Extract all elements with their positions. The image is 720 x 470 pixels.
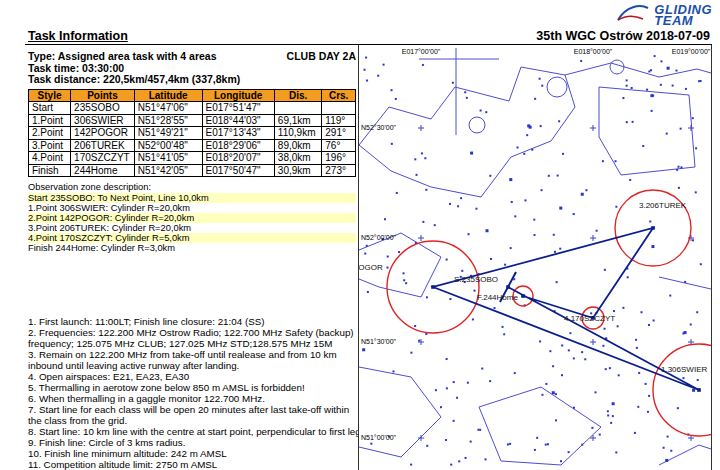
waypoint-dot bbox=[636, 347, 638, 349]
waypoint-dot bbox=[362, 348, 365, 351]
waypoint-dot bbox=[595, 391, 597, 393]
waypoint-dot bbox=[387, 256, 389, 258]
parallel-label: N51°00'00" bbox=[361, 434, 397, 441]
waypoint-dot bbox=[653, 319, 655, 321]
waypoint-dot bbox=[534, 98, 536, 100]
rules-list: 1. First launch: 11:00LT; Finish line cl… bbox=[28, 316, 364, 470]
waypoint-dot bbox=[584, 358, 586, 360]
table-cell: 2.Point bbox=[29, 127, 71, 140]
task-day: CLUB DAY 2A bbox=[287, 51, 356, 63]
waypoint-dot bbox=[573, 213, 575, 215]
table-cell: 119° bbox=[322, 114, 356, 127]
table-header-cell: Dis. bbox=[274, 89, 321, 102]
turnpoint-marker bbox=[431, 285, 435, 289]
table-cell: 110,9km bbox=[274, 127, 321, 140]
table-header-cell: Latitude bbox=[134, 89, 202, 102]
table-row: Start235SOBON51°47'06"E017°51'47" bbox=[29, 102, 356, 115]
waypoint-dot bbox=[434, 224, 436, 226]
table-cell: 38,0km bbox=[274, 152, 321, 165]
waypoint-dot bbox=[421, 152, 423, 154]
waypoint-dot bbox=[648, 395, 650, 397]
task-map: E017°00'00"E018°00'00"E019°00'00"N52°30'… bbox=[358, 45, 712, 470]
table-row: 4.Point170SZCZYTN51°41'05"E018°20'07"38,… bbox=[29, 152, 356, 165]
waypoint-dot bbox=[452, 82, 454, 84]
logo-text: GLIDING TEAM bbox=[654, 4, 712, 26]
waypoint-dot bbox=[665, 459, 668, 462]
waypoint-dot bbox=[422, 64, 424, 66]
waypoint-dot bbox=[648, 324, 650, 326]
waypoint-dot bbox=[511, 201, 513, 203]
waypoint-dot bbox=[568, 451, 570, 453]
waypoint-dot bbox=[435, 389, 437, 391]
waypoint-dot bbox=[663, 447, 665, 449]
waypoint-dot bbox=[685, 88, 687, 90]
waypoint-dot bbox=[585, 189, 587, 191]
waypoint-dot bbox=[547, 443, 549, 445]
waypoint-dot bbox=[596, 230, 598, 232]
waypoint-dot bbox=[605, 368, 607, 370]
waypoint-dot bbox=[391, 89, 393, 91]
waypoint-dot bbox=[460, 197, 462, 199]
waypoint-dot bbox=[422, 221, 424, 223]
waypoint-dot bbox=[470, 441, 472, 443]
table-cell: N51°28'55" bbox=[134, 114, 202, 127]
waypoint-dot bbox=[561, 374, 563, 376]
waypoint-dot bbox=[649, 220, 651, 222]
graticule-cross bbox=[590, 235, 596, 241]
waypoint-dot bbox=[486, 229, 489, 232]
waypoint-dot bbox=[692, 117, 694, 119]
table-header-cell: Crs. bbox=[322, 89, 356, 102]
table-cell bbox=[274, 102, 321, 115]
waypoint-dot bbox=[370, 443, 372, 445]
waypoint-dot bbox=[536, 437, 538, 439]
turnpoint-marker bbox=[697, 388, 701, 392]
waypoint-dot bbox=[607, 410, 609, 412]
turnpoint-label: 2.142POGOR bbox=[359, 263, 383, 272]
airspace-boundary bbox=[659, 277, 711, 289]
waypoint-dot bbox=[562, 153, 564, 155]
observation-line: 3.Point 206TUREK: Cylinder R=20,0km bbox=[28, 223, 356, 233]
waypoint-dot bbox=[383, 64, 385, 66]
waypoint-dot bbox=[591, 427, 593, 429]
table-cell: 170SZCZYT bbox=[71, 152, 135, 165]
waypoint-dot bbox=[445, 439, 447, 441]
meridian-label: E019°00'00" bbox=[672, 48, 711, 55]
waypoint-dot bbox=[523, 153, 525, 155]
waypoint-dot bbox=[461, 270, 463, 272]
waypoint-dot bbox=[470, 152, 473, 155]
turnpoint-zone-circle bbox=[653, 344, 711, 436]
waypoint-dot bbox=[676, 169, 678, 171]
waypoint-dot bbox=[396, 192, 398, 194]
waypoint-dot bbox=[559, 207, 562, 210]
parallel-label: N51°30'00" bbox=[361, 338, 397, 345]
waypoint-dot bbox=[660, 84, 662, 86]
waypoint-dot bbox=[456, 397, 458, 399]
waypoint-dot bbox=[580, 60, 582, 62]
waypoint-dot bbox=[561, 344, 563, 346]
waypoint-dot bbox=[669, 295, 671, 297]
waypoint-dot bbox=[526, 134, 528, 136]
waypoint-dot bbox=[403, 279, 405, 281]
turnpoint-label: F.244Home bbox=[477, 293, 518, 302]
table-cell: N51°49'21" bbox=[134, 127, 202, 140]
waypoint-dot bbox=[365, 57, 367, 59]
waypoint-dot bbox=[446, 259, 448, 261]
waypoint-dot bbox=[402, 272, 404, 274]
turnpoint-label: 1.306SWIER bbox=[661, 365, 707, 374]
waypoint-dot bbox=[696, 311, 698, 313]
table-cell: Start bbox=[29, 102, 71, 115]
waypoint-dot bbox=[392, 370, 394, 372]
waypoint-dot bbox=[545, 444, 547, 446]
graticule-cross bbox=[418, 125, 424, 131]
header: Task Information 35th WGC Ostrów 2018-07… bbox=[28, 29, 710, 43]
waypoint-dot bbox=[632, 121, 634, 123]
airspace-boundary bbox=[479, 387, 601, 465]
table-cell: E017°51'47" bbox=[202, 102, 274, 115]
waypoint-dot bbox=[540, 125, 542, 127]
waypoint-dot bbox=[700, 263, 702, 265]
waypoint-dot bbox=[635, 339, 637, 341]
table-cell: 206TUREK bbox=[71, 139, 135, 152]
waypoint-dot bbox=[384, 218, 386, 220]
table-cell: 235SOBO bbox=[71, 102, 135, 115]
waypoint-dot bbox=[364, 253, 366, 255]
